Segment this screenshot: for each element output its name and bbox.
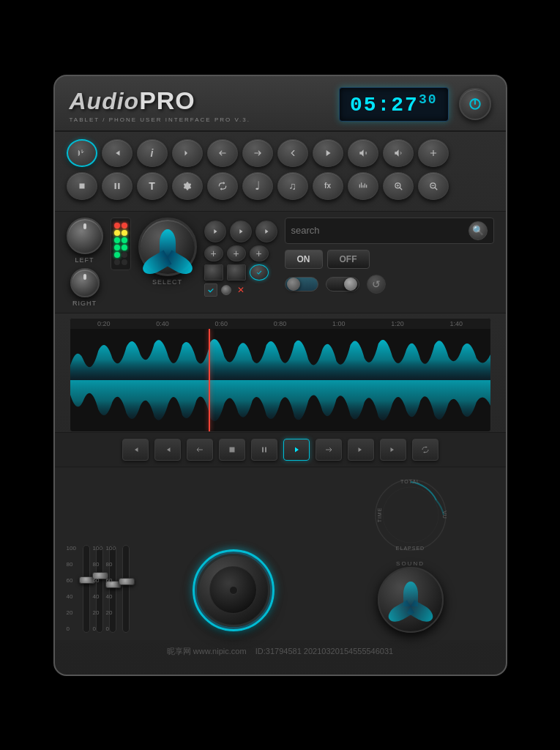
ctrl-btn-skip-fwd[interactable] xyxy=(242,139,273,167)
grid-row-2: + + + xyxy=(204,245,277,261)
fader-track-4[interactable] xyxy=(122,545,130,633)
trans-rewind[interactable] xyxy=(187,439,213,461)
marker-060: 0:60 xyxy=(192,320,250,327)
trans-pause[interactable] xyxy=(251,439,277,461)
grid-row-3 xyxy=(204,264,277,281)
vu-row-6 xyxy=(114,259,127,265)
on-button[interactable]: ON xyxy=(285,250,323,269)
meter-elapsed-label: ELAPSED xyxy=(396,546,425,551)
search-input[interactable] xyxy=(291,225,464,236)
circular-meter: TOTAL TIME ELAPSED VU xyxy=(370,475,451,555)
grid-btn-plus1[interactable]: + xyxy=(204,245,223,261)
svg-rect-13 xyxy=(366,185,367,188)
waveform-section[interactable]: 0:20 0:40 0:60 0:80 1:00 1:20 1:40 xyxy=(70,318,491,432)
grid-row-1 xyxy=(204,220,277,242)
grid-btn-sq2[interactable] xyxy=(227,264,246,281)
search-button[interactable]: 🔍 xyxy=(468,221,488,240)
dot-1 xyxy=(221,285,231,295)
sound-knob[interactable] xyxy=(378,567,444,633)
main-knob-area xyxy=(137,554,318,633)
meter-vu-label: VU xyxy=(442,510,447,519)
off-button[interactable]: OFF xyxy=(327,250,370,269)
fader-track-1[interactable] xyxy=(83,545,90,633)
close-btn-1[interactable]: ✕ xyxy=(235,284,247,296)
ctrl-btn-skip-back[interactable] xyxy=(207,139,238,167)
grid-btn-plus3[interactable]: + xyxy=(250,245,269,261)
vu-dot-green4 xyxy=(122,245,127,250)
grid-btn-check[interactable] xyxy=(250,264,269,281)
ctrl-btn-back[interactable] xyxy=(277,139,308,167)
ctrl-btn-vol-down[interactable] xyxy=(348,139,378,167)
toggle-row: ✕ xyxy=(204,283,277,297)
trans-ffwd[interactable] xyxy=(316,439,342,461)
waveform-canvas[interactable] xyxy=(70,329,490,431)
ctrl-btn-note[interactable]: ♩ xyxy=(242,172,273,200)
trans-repeat[interactable] xyxy=(412,439,438,461)
toggle-switch-off[interactable] xyxy=(326,277,359,292)
ctrl-btn-play[interactable] xyxy=(313,139,343,167)
ctrl-btn-eq[interactable] xyxy=(348,172,378,200)
grid-buttons-area: + + + ✕ xyxy=(204,218,277,297)
trans-skip-end[interactable] xyxy=(380,439,406,461)
ctrl-btn-skip[interactable] xyxy=(172,139,203,167)
ctrl-btn-stop[interactable] xyxy=(67,172,97,200)
power-button[interactable] xyxy=(459,88,491,120)
trans-play[interactable] xyxy=(283,439,310,461)
toggle-switch-on[interactable] xyxy=(285,277,318,292)
trans-prev[interactable] xyxy=(154,439,181,461)
svg-rect-22 xyxy=(262,447,264,452)
ctrl-btn-zoom-out[interactable] xyxy=(418,172,449,200)
main-volume-knob[interactable] xyxy=(197,554,270,627)
refresh-button[interactable]: ↺ xyxy=(367,275,386,294)
right-knob[interactable] xyxy=(70,268,100,297)
grid-btn-sq1[interactable] xyxy=(204,264,223,281)
right-meter-panel: TOTAL TIME ELAPSED VU SOUND xyxy=(326,475,496,633)
ctrl-btn-vol-up[interactable] xyxy=(383,139,414,167)
grid-btn-plus2[interactable]: + xyxy=(227,245,246,261)
select-label: SELECT xyxy=(152,278,182,286)
ctrl-btn-text[interactable]: T xyxy=(137,172,168,200)
vu-dot-inactive3 xyxy=(122,259,127,265)
vu-dot-green5 xyxy=(114,252,120,258)
ctrl-btn-loop[interactable] xyxy=(207,172,238,200)
marker-020: 0:20 xyxy=(75,320,133,327)
toggle-thumb-on xyxy=(287,278,300,291)
grid-btn-play3[interactable] xyxy=(255,220,277,242)
trans-stop[interactable] xyxy=(219,439,245,461)
ctrl-btn-pause[interactable] xyxy=(102,172,132,200)
checkbox-1[interactable] xyxy=(204,283,217,297)
marker-140: 1:40 xyxy=(427,320,485,327)
fader-thumb-4[interactable] xyxy=(119,578,135,585)
vu-row-5 xyxy=(114,252,127,258)
ctrl-btn-add[interactable] xyxy=(418,139,449,167)
left-knob-label: LEFT xyxy=(75,256,94,264)
vu-dot-green1 xyxy=(114,237,120,243)
vu-dot-green3 xyxy=(114,245,120,250)
ctrl-btn-fx[interactable]: fx xyxy=(313,172,343,200)
trans-skip-start[interactable] xyxy=(122,439,149,461)
vu-meter xyxy=(111,218,131,270)
power-icon xyxy=(468,97,482,111)
playhead[interactable] xyxy=(209,329,210,431)
select-knob[interactable] xyxy=(138,218,197,276)
toggle-switch-row: ↺ xyxy=(285,275,494,294)
left-knob-container: LEFT xyxy=(67,218,103,264)
logo-sub: TABLET / PHONE USER INTERFACE PRO V.3. xyxy=(70,116,250,123)
ctrl-btn-info[interactable]: i xyxy=(137,139,168,167)
logo-area: AudioPRO TABLET / PHONE USER INTERFACE P… xyxy=(70,86,250,123)
trans-next[interactable] xyxy=(348,439,374,461)
ctrl-btn-notes[interactable]: ♫ xyxy=(277,172,308,200)
grid-btn-play2[interactable] xyxy=(230,220,252,242)
marker-100: 1:00 xyxy=(310,320,368,327)
left-knob[interactable] xyxy=(67,218,103,254)
grid-btn-play1[interactable] xyxy=(204,220,226,242)
vu-row-2 xyxy=(114,230,127,236)
right-knob-container: RIGHT xyxy=(70,268,100,307)
ctrl-btn-zoom-in[interactable] xyxy=(383,172,414,200)
meter-svg xyxy=(370,475,451,555)
ctrl-btn-prev-track[interactable] xyxy=(102,139,132,167)
ctrl-btn-settings[interactable] xyxy=(172,172,203,200)
sound-fan xyxy=(387,576,434,623)
ctrl-btn-rec[interactable] xyxy=(67,139,97,167)
fan-shape xyxy=(146,225,190,269)
